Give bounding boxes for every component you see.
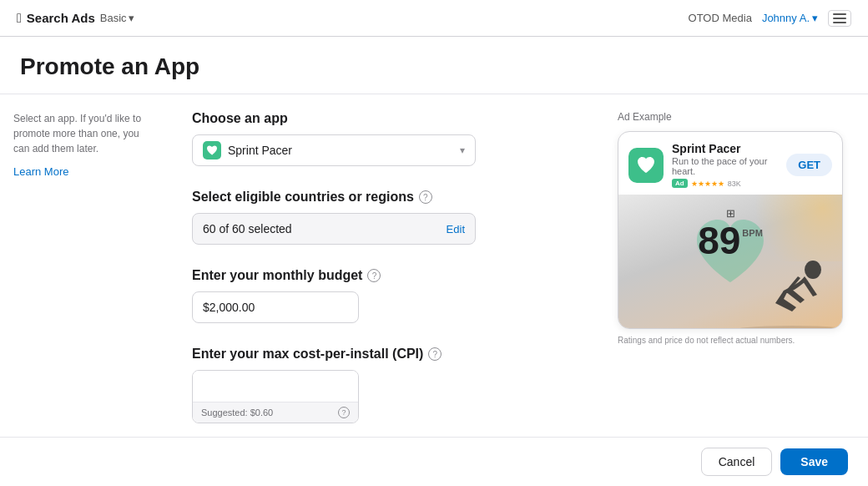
ad-heart-icon <box>635 154 657 176</box>
budget-label: Enter your monthly budget ? <box>192 268 576 283</box>
ad-get-button[interactable]: GET <box>786 154 832 176</box>
header-mode-dropdown[interactable]: Basic ▾ <box>100 12 134 24</box>
countries-label-text: Select eligible countries or regions <box>192 190 414 205</box>
ad-badge: Ad <box>672 179 688 188</box>
ad-badge-row: Ad ★★★★★ 83K <box>672 179 778 188</box>
choose-app-section: Choose an app Sprint Pacer ▾ <box>192 111 576 166</box>
app-icon <box>203 141 221 159</box>
svg-rect-1 <box>833 18 846 19</box>
form-area: Choose an app Sprint Pacer ▾ <box>167 94 601 437</box>
app-selected-name: Sprint Pacer <box>228 144 292 157</box>
footer: Cancel Save <box>0 437 868 486</box>
cpi-suggestion-bar: Suggested: $0.60 ? <box>193 402 358 423</box>
countries-field: 60 of 60 selected Edit <box>192 213 476 245</box>
header-mode-chevron-icon: ▾ <box>129 12 134 24</box>
cpi-section: Enter your max cost-per-install (CPI) ? … <box>192 347 576 423</box>
heart-icon <box>206 144 218 156</box>
header-user-chevron-icon: ▾ <box>812 12 818 24</box>
ad-example-label: Ad Example <box>618 111 851 123</box>
choose-app-label: Choose an app <box>192 111 576 126</box>
budget-input[interactable] <box>192 291 359 323</box>
ad-app-subtitle: Run to the pace of your heart. <box>672 156 778 176</box>
learn-more-link[interactable]: Learn More <box>13 165 68 178</box>
header-user-dropdown[interactable]: Johnny A. ▾ <box>762 12 818 24</box>
cpi-suggestion-text: Suggested: $0.60 <box>201 408 273 418</box>
content-area: Select an app. If you'd like to promote … <box>0 94 868 437</box>
hr-icon: ⊞ <box>726 207 735 220</box>
countries-edit-link[interactable]: Edit <box>447 223 465 235</box>
cpi-help-icon[interactable]: ? <box>428 347 442 361</box>
hr-unit: BPM <box>742 228 762 238</box>
page-title: Promote an App <box>20 53 848 80</box>
ad-app-icon <box>628 148 664 183</box>
svg-rect-2 <box>833 22 846 23</box>
ad-app-info: Sprint Pacer Run to the pace of your hea… <box>672 142 778 188</box>
save-button[interactable]: Save <box>780 448 848 475</box>
svg-point-4 <box>805 261 821 279</box>
header-app-name: Search Ads <box>27 11 95 25</box>
app-dropdown[interactable]: Sprint Pacer ▾ <box>192 134 476 166</box>
header-org-name: OTOD Media <box>689 12 752 24</box>
page-title-area: Promote an App <box>0 37 868 94</box>
hr-number: 89 <box>698 221 740 260</box>
header-mode-label: Basic <box>100 12 127 24</box>
cpi-label-text: Enter your max cost-per-install (CPI) <box>192 347 423 362</box>
cpi-input-wrapper: Suggested: $0.60 ? <box>192 370 359 423</box>
countries-help-icon[interactable]: ? <box>419 190 432 204</box>
svg-point-3 <box>725 326 842 328</box>
main-content: Promote an App Select an app. If you'd l… <box>0 37 868 437</box>
ad-rating-count: 83K <box>728 180 741 188</box>
hr-number-row: 89 BPM <box>698 221 763 260</box>
budget-section: Enter your monthly budget ? <box>192 268 576 323</box>
ad-card-top: Sprint Pacer Run to the pace of your hea… <box>618 132 842 195</box>
header-menu-button[interactable] <box>828 10 851 27</box>
app-dropdown-chevron-icon: ▾ <box>460 144 465 156</box>
header-left:  Search Ads Basic ▾ <box>17 11 134 26</box>
apple-logo-icon:  <box>17 11 22 26</box>
menu-icon <box>833 13 846 23</box>
choose-app-label-text: Choose an app <box>192 111 288 126</box>
hr-icon-row: ⊞ <box>698 207 763 220</box>
header:  Search Ads Basic ▾ OTOD Media Johnny A… <box>0 0 868 37</box>
ad-card: Sprint Pacer Run to the pace of your hea… <box>618 131 843 329</box>
budget-label-text: Enter your monthly budget <box>192 268 362 283</box>
budget-help-icon[interactable]: ? <box>367 269 381 282</box>
countries-label: Select eligible countries or regions ? <box>192 190 576 205</box>
cancel-button[interactable]: Cancel <box>701 448 773 476</box>
sidebar-description: Select an app. If you'd like to promote … <box>13 111 154 156</box>
ad-app-title: Sprint Pacer <box>672 142 778 155</box>
header-right: OTOD Media Johnny A. ▾ <box>689 10 851 27</box>
hr-display: ⊞ 89 BPM <box>698 207 763 260</box>
ad-example-panel: Ad Example Sprint Pacer Run to the pace … <box>601 94 868 437</box>
cpi-input[interactable] <box>193 371 358 402</box>
sidebar: Select an app. If you'd like to promote … <box>0 94 167 437</box>
header-user-name: Johnny A. <box>762 12 810 24</box>
cpi-suggestion-help-icon[interactable]: ? <box>338 407 350 418</box>
countries-section: Select eligible countries or regions ? 6… <box>192 190 576 245</box>
ad-stars: ★★★★★ <box>691 180 724 188</box>
countries-value: 60 of 60 selected <box>203 222 292 235</box>
ad-disclaimer: Ratings and price do not reflect actual … <box>618 336 843 345</box>
svg-rect-0 <box>833 13 846 15</box>
app-dropdown-left: Sprint Pacer <box>203 141 292 159</box>
cpi-label: Enter your max cost-per-install (CPI) ? <box>192 347 576 362</box>
ad-card-body: ⊞ 89 BPM <box>618 195 842 328</box>
